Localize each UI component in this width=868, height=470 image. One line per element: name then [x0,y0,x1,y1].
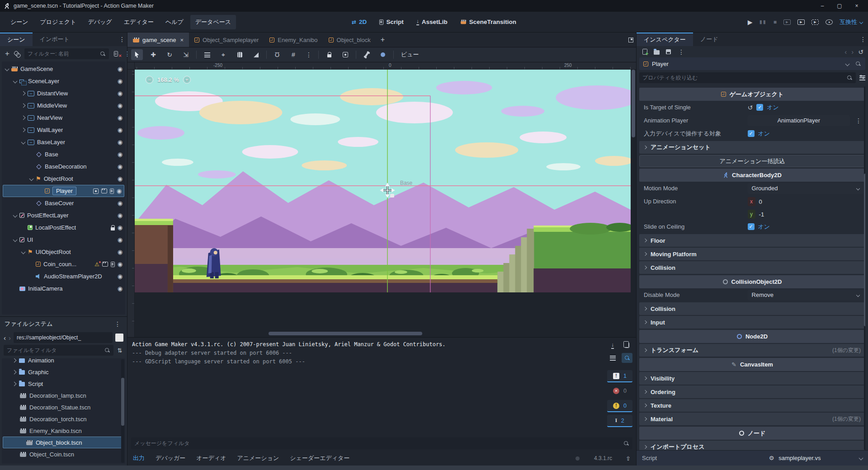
up-direction-x-value[interactable]: 0 [759,198,762,205]
visibility-icon[interactable]: ◉ [118,78,123,84]
movie-maker-button[interactable]: ● [826,19,833,25]
file-enemy-kanibo[interactable]: Enemy_Kanibo.tscn [2,425,125,437]
folder-animation[interactable]: Animation [2,358,125,366]
visibility-icon[interactable]: ◉ [118,66,123,72]
canvas-vscrollbar[interactable] [632,70,635,331]
visibility-icon[interactable]: ◉ [118,286,123,291]
history-forward-button[interactable]: › [851,48,854,55]
chevron-right-icon[interactable] [21,103,26,108]
disable-mode-dropdown[interactable]: Remove [748,290,863,301]
tab-game-scene[interactable]: game_scene× [127,33,189,47]
close-icon[interactable]: × [180,37,184,43]
workspace-scenetransition[interactable]: SceneTransition [460,19,516,25]
file-decoration-statue[interactable]: Decoration_Statue.tscn [2,401,125,413]
message-filter-input[interactable] [134,440,621,446]
chevron-right-icon[interactable] [21,116,26,120]
revert-icon[interactable]: ↺ [748,104,753,111]
tree-node-objectroot[interactable]: ⚑ObjectRoot◉ [2,173,125,185]
visibility-icon[interactable]: ◉ [118,273,123,279]
section-node[interactable]: ノード [639,427,865,440]
group-ordering[interactable]: Ordering [639,385,865,398]
visibility-icon[interactable]: ◉ [118,103,123,108]
animation-icon[interactable] [102,262,108,267]
tree-node-ui[interactable]: UI◉ [2,234,125,246]
tree-node-nearview[interactable]: ↔NearView◉ [2,112,125,124]
message-count-errors[interactable]: ✕0 [607,385,632,397]
group-collision-2[interactable]: Collision [639,302,865,315]
section-node2d[interactable]: Node2D [639,330,865,343]
view-menu[interactable]: ビュー [398,51,422,59]
zoom-in-button[interactable]: + [183,76,191,84]
tab-shader-editor[interactable]: シェーダーエディター [290,454,349,462]
section-character-body-2d[interactable]: CharacterBody2D [639,169,865,182]
dock-options-icon[interactable]: ⋮ [858,36,868,42]
chevron-right-icon[interactable] [12,370,17,374]
group-input[interactable]: Input [639,316,865,329]
chevron-down-icon[interactable] [859,456,863,461]
menu-editor[interactable]: エディター [119,15,159,29]
filesystem-scrollbar[interactable] [121,359,124,463]
minimize-button[interactable]: – [815,1,830,11]
pan-tool-button[interactable] [234,49,245,60]
load-resource-button[interactable] [653,49,660,55]
message-count-warnings[interactable]: !0 [607,400,632,412]
maximize-button[interactable]: ▢ [832,1,847,11]
detach-script-button[interactable] [112,51,119,56]
chevron-right-icon[interactable] [21,91,26,96]
tree-node-base[interactable]: Base◉ [2,148,125,160]
tab-debugger[interactable]: デバッガー [156,454,185,462]
motion-mode-dropdown[interactable]: Grounded [748,183,863,194]
workspace-assetlib[interactable]: ↓AssetLib [416,19,448,25]
group-import-process[interactable]: インポートプロセス [639,441,865,450]
section-game-object[interactable]: ゲームオブジェクト [639,88,865,101]
rotate-tool-button[interactable]: ↻ [164,49,175,60]
lock-icon[interactable] [111,227,115,230]
scene-filter-input[interactable] [28,51,98,57]
copy-output-button[interactable] [622,340,632,350]
menu-scene[interactable]: シーン [5,15,33,29]
chevron-down-icon[interactable] [5,67,9,71]
visibility-icon[interactable]: ◉ [118,249,123,255]
save-resource-button[interactable] [665,49,672,54]
tab-output[interactable]: 出力 [133,454,145,462]
tree-node-player[interactable]: Player◉ [3,185,124,197]
tree-node-baselayer[interactable]: ↔BaseLayer◉ [2,136,125,148]
play-scene-button[interactable]: ▶ [797,19,805,25]
checkbox-checked[interactable]: ✓ [748,223,755,230]
zoom-out-button[interactable]: − [146,76,153,84]
ik-chain-button[interactable] [377,49,389,60]
script-value[interactable]: sampleplayer.vs [778,455,821,461]
smart-snap-button[interactable]: Ω [271,49,283,60]
tab-audio[interactable]: オーディオ [196,454,226,462]
add-node-button[interactable]: + [4,49,11,58]
chevron-down-icon[interactable] [13,238,18,242]
tree-node-localposteffect[interactable]: LocalPostEffect◉ [2,221,125,234]
script-icon[interactable] [111,262,115,267]
filesystem-options-icon[interactable]: ⋮ [113,321,123,327]
zoom-level[interactable]: 168.2 % [157,76,179,83]
skeleton-options-button[interactable] [361,49,373,60]
workspace-2d[interactable]: ⇄2D [352,19,367,25]
visibility-icon[interactable]: ◉ [118,261,123,267]
visibility-icon[interactable]: ◉ [118,200,123,206]
tree-node-walllayer[interactable]: ↔WallLayer◉ [2,124,125,136]
animation-icon[interactable] [101,188,107,193]
tab-scene[interactable]: シーン [0,33,33,46]
tree-node-distantview[interactable]: ↔DistantView◉ [2,87,125,99]
open-docs-icon[interactable] [855,61,861,67]
tree-node-initialcamera[interactable]: InitialCamera◉ [2,282,125,295]
chevron-down-icon[interactable] [13,79,18,84]
snap-options-icon[interactable]: ⋮ [304,52,314,58]
chevron-down-icon[interactable] [21,250,26,254]
chevron-right-icon[interactable] [12,381,17,386]
visibility-icon[interactable]: ◉ [118,151,123,157]
tree-node-gamescene[interactable]: GameScene◉ [2,63,125,75]
file-object-coin[interactable]: Object_Coin.tscn [2,448,125,460]
chevron-down-icon[interactable] [21,140,26,145]
chevron-down-icon[interactable] [29,177,34,181]
canvas-hscrollbar[interactable] [135,332,631,335]
viewport[interactable]: -250 0 250 [127,62,636,337]
menu-database[interactable]: データベース [190,15,236,29]
tree-node-coin-counter[interactable]: Coin_coun...⚠◉ [2,258,125,270]
script-property-row[interactable]: Script ⚙ sampleplayer.vs [637,450,868,465]
